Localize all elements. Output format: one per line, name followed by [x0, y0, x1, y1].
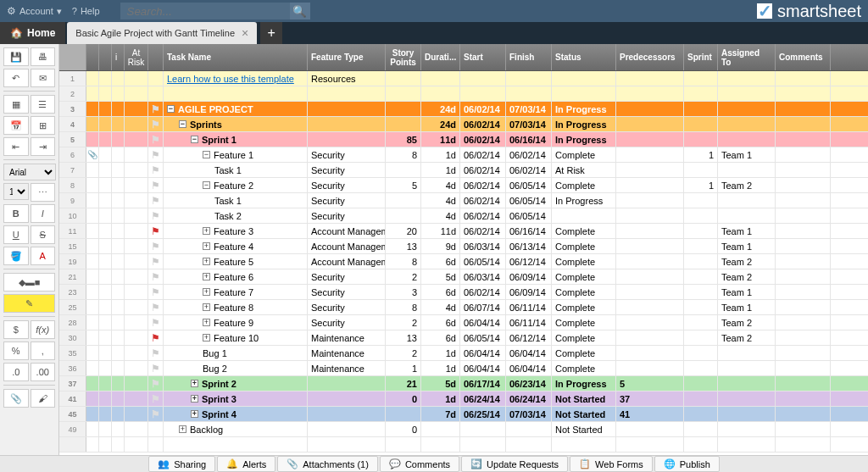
cell-comment[interactable]: [99, 330, 112, 345]
cell-comment[interactable]: [99, 86, 112, 101]
cell-sprint[interactable]: [684, 361, 718, 375]
cell-storypoints[interactable]: [386, 163, 421, 177]
cell-feature[interactable]: Security: [308, 269, 386, 284]
cell-info[interactable]: [112, 71, 125, 86]
cell-status[interactable]: In Progress: [552, 132, 616, 147]
cell-atrisk[interactable]: [125, 254, 148, 269]
cell-status[interactable]: At Risk: [552, 163, 616, 177]
row-number[interactable]: 3: [59, 102, 86, 116]
cell-duration[interactable]: 9d: [421, 239, 460, 253]
header-atrisk[interactable]: At Risk: [125, 44, 148, 70]
cell-start[interactable]: [460, 437, 506, 452]
cell-finish[interactable]: 06/04/14: [506, 361, 552, 375]
cell-comment[interactable]: [99, 239, 112, 253]
cell-storypoints[interactable]: 3: [386, 285, 421, 299]
cell-comment[interactable]: [99, 208, 112, 223]
cell-storypoints[interactable]: 20: [386, 224, 421, 238]
table-row[interactable]: 11⚑+Feature 3Account Managemen2011d06/02…: [59, 224, 868, 239]
cell-atrisk[interactable]: [125, 407, 148, 421]
cell-predecessors[interactable]: [616, 330, 684, 345]
cell-start[interactable]: 06/02/14: [460, 102, 506, 116]
cell-finish[interactable]: 06/05/14: [506, 193, 552, 208]
fill-color-button[interactable]: 🪣: [3, 247, 29, 265]
expand-toggle[interactable]: +: [203, 273, 210, 280]
row-number[interactable]: 49: [59, 422, 86, 436]
cell-feature[interactable]: Security: [308, 193, 386, 208]
cell-comment[interactable]: [99, 422, 112, 436]
cell-duration[interactable]: 24d: [421, 102, 460, 116]
cell-comment[interactable]: [99, 437, 112, 452]
cell-storypoints[interactable]: 2: [386, 269, 421, 284]
cell-comments[interactable]: [776, 391, 831, 406]
cell-feature[interactable]: [308, 422, 386, 436]
row-number[interactable]: 10: [59, 208, 86, 223]
cell-comment[interactable]: [99, 254, 112, 269]
cell-assigned[interactable]: Team 2: [718, 254, 776, 269]
search-input[interactable]: [120, 3, 290, 19]
cell-info[interactable]: [112, 178, 125, 192]
cell-sprint[interactable]: [684, 86, 718, 101]
cell-task[interactable]: +Feature 6: [164, 269, 308, 284]
cell-storypoints[interactable]: 0: [386, 422, 421, 436]
cell-duration[interactable]: 6d: [421, 330, 460, 345]
cell-status[interactable]: In Progress: [552, 102, 616, 116]
row-number[interactable]: 11: [59, 224, 86, 238]
cell-assigned[interactable]: [718, 422, 776, 436]
cell-storypoints[interactable]: [386, 117, 421, 131]
expand-toggle[interactable]: +: [203, 303, 210, 311]
cell-atrisk[interactable]: [125, 376, 148, 391]
cell-attach[interactable]: [86, 208, 99, 223]
cell-duration[interactable]: 24d: [421, 117, 460, 131]
row-number[interactable]: 36: [59, 361, 86, 375]
cell-task[interactable]: +Sprint 3: [164, 391, 308, 406]
cell-start[interactable]: 06/04/14: [460, 346, 506, 360]
cell-sprint[interactable]: [684, 163, 718, 177]
row-number[interactable]: 28: [59, 315, 86, 330]
table-row[interactable]: 2: [59, 86, 868, 102]
cell-assigned[interactable]: [718, 117, 776, 131]
cell-start[interactable]: 06/17/14: [460, 376, 506, 391]
cell-sprint[interactable]: [684, 422, 718, 436]
cell-start[interactable]: 06/02/14: [460, 178, 506, 192]
cell-start[interactable]: 06/02/14: [460, 193, 506, 208]
cell-atrisk[interactable]: [125, 391, 148, 406]
cell-comments[interactable]: [776, 269, 831, 284]
cell-attach[interactable]: 📎: [86, 147, 99, 162]
sharing-button[interactable]: 👥Sharing: [148, 456, 215, 472]
table-row[interactable]: 15⚑+Feature 4Account Managemen139d06/03/…: [59, 239, 868, 254]
cell-storypoints[interactable]: 8: [386, 147, 421, 162]
cell-duration[interactable]: 4d: [421, 178, 460, 192]
cell-comments[interactable]: [776, 147, 831, 162]
table-row[interactable]: 9⚑Task 1Security4d06/02/1406/05/14In Pro…: [59, 193, 868, 208]
table-row[interactable]: 19⚑+Feature 5Account Managemen86d06/05/1…: [59, 254, 868, 269]
cell-comments[interactable]: [776, 86, 831, 101]
cell-feature[interactable]: Maintenance: [308, 361, 386, 375]
cell-feature[interactable]: [308, 102, 386, 116]
expand-toggle[interactable]: −: [167, 105, 175, 113]
cell-task[interactable]: +Sprint 2: [164, 376, 308, 391]
cell-sprint[interactable]: [684, 330, 718, 345]
cell-atrisk[interactable]: [125, 147, 148, 162]
cell-finish[interactable]: 07/03/14: [506, 407, 552, 421]
header-duration[interactable]: Durati...: [421, 44, 460, 70]
cell-info[interactable]: [112, 315, 125, 330]
cell-finish[interactable]: 06/05/14: [506, 178, 552, 192]
table-row[interactable]: 36⚑Bug 2Maintenance11d06/04/1406/04/14Co…: [59, 361, 868, 376]
table-row[interactable]: 10⚑Task 2Security4d06/02/1406/05/14: [59, 208, 868, 224]
table-row[interactable]: 21⚑+Feature 6Security25d06/03/1406/09/14…: [59, 269, 868, 285]
cell-info[interactable]: [112, 117, 125, 131]
cell-flag[interactable]: [148, 71, 164, 86]
cell-start[interactable]: 06/03/14: [460, 269, 506, 284]
currency-button[interactable]: $: [3, 320, 29, 339]
cell-atrisk[interactable]: [125, 208, 148, 223]
cell-flag[interactable]: ⚑: [148, 300, 164, 314]
cell-status[interactable]: Complete: [552, 330, 616, 345]
text-color-button[interactable]: A: [31, 247, 56, 265]
expand-toggle[interactable]: +: [203, 319, 210, 326]
cell-info[interactable]: [112, 346, 125, 360]
cell-duration[interactable]: 1d: [421, 163, 460, 177]
cell-attach[interactable]: [86, 376, 99, 391]
close-tab-icon[interactable]: ×: [242, 26, 248, 40]
cell-flag[interactable]: ⚑: [148, 407, 164, 421]
sheet-tab[interactable]: Basic Agile Project with Gantt Timeline …: [67, 22, 257, 44]
